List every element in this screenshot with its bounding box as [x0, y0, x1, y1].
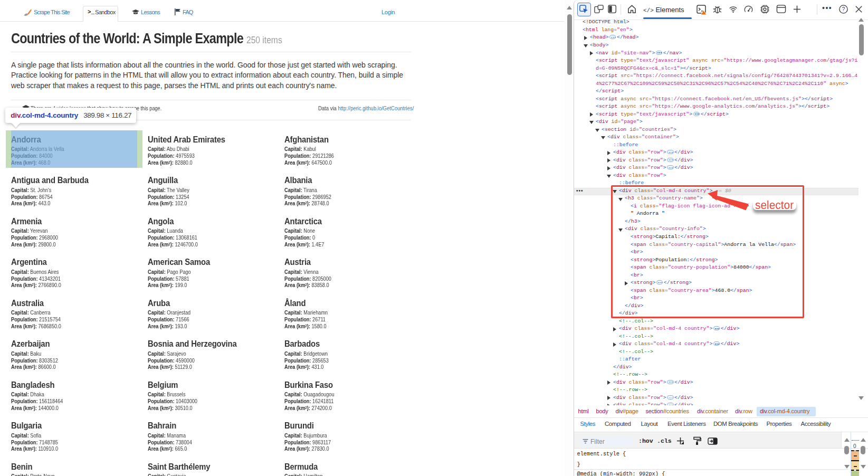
svg-text:?: ? — [842, 6, 845, 12]
